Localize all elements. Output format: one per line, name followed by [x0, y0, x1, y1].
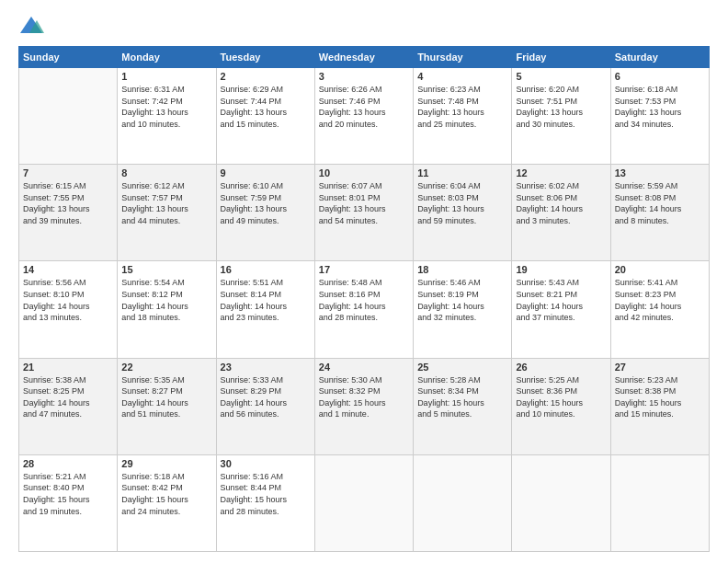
weekday-header-friday: Friday: [512, 47, 610, 68]
day-info: Sunrise: 5:51 AMSunset: 8:14 PMDaylight:…: [221, 277, 311, 323]
calendar-cell: 21Sunrise: 5:38 AMSunset: 8:25 PMDayligh…: [19, 358, 118, 454]
calendar-cell: 19Sunrise: 5:43 AMSunset: 8:21 PMDayligh…: [512, 261, 610, 358]
day-info: Sunrise: 5:16 AMSunset: 8:44 PMDaylight:…: [221, 471, 311, 517]
day-number: 7: [23, 167, 113, 178]
day-number: 17: [319, 264, 409, 275]
calendar-cell: [314, 454, 413, 551]
weekday-header-thursday: Thursday: [414, 47, 512, 68]
day-number: 8: [121, 167, 211, 178]
weekday-header-sunday: Sunday: [19, 47, 118, 68]
calendar-cell: 18Sunrise: 5:46 AMSunset: 8:19 PMDayligh…: [414, 261, 512, 358]
day-info: Sunrise: 5:56 AMSunset: 8:10 PMDaylight:…: [23, 277, 113, 323]
logo-icon: [18, 15, 44, 37]
calendar-cell: 25Sunrise: 5:28 AMSunset: 8:34 PMDayligh…: [414, 358, 512, 454]
day-info: Sunrise: 5:25 AMSunset: 8:36 PMDaylight:…: [516, 374, 606, 420]
calendar-table: SundayMondayTuesdayWednesdayThursdayFrid…: [18, 46, 710, 552]
day-info: Sunrise: 5:23 AMSunset: 8:38 PMDaylight:…: [615, 374, 705, 420]
day-info: Sunrise: 5:30 AMSunset: 8:32 PMDaylight:…: [319, 374, 409, 420]
calendar-cell: 3Sunrise: 6:26 AMSunset: 7:46 PMDaylight…: [314, 68, 413, 165]
calendar-cell: 22Sunrise: 5:35 AMSunset: 8:27 PMDayligh…: [118, 358, 216, 454]
logo: [18, 15, 48, 37]
day-info: Sunrise: 6:26 AMSunset: 7:46 PMDaylight:…: [319, 84, 409, 130]
day-number: 26: [516, 362, 606, 373]
day-info: Sunrise: 5:48 AMSunset: 8:16 PMDaylight:…: [319, 277, 409, 323]
day-number: 3: [319, 71, 409, 82]
calendar-cell: 10Sunrise: 6:07 AMSunset: 8:01 PMDayligh…: [314, 165, 413, 261]
day-number: 28: [23, 458, 113, 469]
calendar-cell: 15Sunrise: 5:54 AMSunset: 8:12 PMDayligh…: [118, 261, 216, 358]
day-number: 29: [121, 458, 211, 469]
header: [18, 15, 710, 37]
day-number: 11: [417, 167, 507, 178]
day-info: Sunrise: 5:43 AMSunset: 8:21 PMDaylight:…: [516, 277, 606, 323]
day-info: Sunrise: 5:28 AMSunset: 8:34 PMDaylight:…: [417, 374, 507, 420]
day-number: 19: [516, 264, 606, 275]
day-info: Sunrise: 5:21 AMSunset: 8:40 PMDaylight:…: [23, 471, 113, 517]
calendar-cell: 29Sunrise: 5:18 AMSunset: 8:42 PMDayligh…: [118, 454, 216, 551]
calendar-cell: 5Sunrise: 6:20 AMSunset: 7:51 PMDaylight…: [512, 68, 610, 165]
day-info: Sunrise: 6:29 AMSunset: 7:44 PMDaylight:…: [221, 84, 311, 130]
calendar-cell: 24Sunrise: 5:30 AMSunset: 8:32 PMDayligh…: [314, 358, 413, 454]
calendar-cell: 12Sunrise: 6:02 AMSunset: 8:06 PMDayligh…: [512, 165, 610, 261]
day-number: 24: [319, 362, 409, 373]
calendar-week-row: 28Sunrise: 5:21 AMSunset: 8:40 PMDayligh…: [19, 454, 710, 551]
day-number: 12: [516, 167, 606, 178]
day-number: 22: [121, 362, 211, 373]
calendar-cell: 30Sunrise: 5:16 AMSunset: 8:44 PMDayligh…: [216, 454, 314, 551]
day-info: Sunrise: 6:10 AMSunset: 7:59 PMDaylight:…: [221, 180, 311, 226]
calendar-week-row: 7Sunrise: 6:15 AMSunset: 7:55 PMDaylight…: [19, 165, 710, 261]
day-info: Sunrise: 5:33 AMSunset: 8:29 PMDaylight:…: [221, 374, 311, 420]
day-number: 15: [121, 264, 211, 275]
calendar-cell: [414, 454, 512, 551]
day-info: Sunrise: 5:38 AMSunset: 8:25 PMDaylight:…: [23, 374, 113, 420]
day-number: 10: [319, 167, 409, 178]
day-info: Sunrise: 5:46 AMSunset: 8:19 PMDaylight:…: [417, 277, 507, 323]
day-number: 1: [121, 71, 211, 82]
day-info: Sunrise: 5:54 AMSunset: 8:12 PMDaylight:…: [121, 277, 211, 323]
day-number: 6: [615, 71, 705, 82]
day-number: 14: [23, 264, 113, 275]
day-info: Sunrise: 6:23 AMSunset: 7:48 PMDaylight:…: [417, 84, 507, 130]
day-info: Sunrise: 5:41 AMSunset: 8:23 PMDaylight:…: [615, 277, 705, 323]
day-number: 18: [417, 264, 507, 275]
calendar-cell: 2Sunrise: 6:29 AMSunset: 7:44 PMDaylight…: [216, 68, 314, 165]
calendar-cell: 9Sunrise: 6:10 AMSunset: 7:59 PMDaylight…: [216, 165, 314, 261]
day-number: 5: [516, 71, 606, 82]
calendar-cell: 20Sunrise: 5:41 AMSunset: 8:23 PMDayligh…: [610, 261, 709, 358]
weekday-header-wednesday: Wednesday: [314, 47, 413, 68]
day-info: Sunrise: 6:20 AMSunset: 7:51 PMDaylight:…: [516, 84, 606, 130]
calendar-week-row: 21Sunrise: 5:38 AMSunset: 8:25 PMDayligh…: [19, 358, 710, 454]
day-number: 9: [221, 167, 311, 178]
day-info: Sunrise: 6:18 AMSunset: 7:53 PMDaylight:…: [615, 84, 705, 130]
day-number: 21: [23, 362, 113, 373]
calendar-cell: 7Sunrise: 6:15 AMSunset: 7:55 PMDaylight…: [19, 165, 118, 261]
calendar-cell: [512, 454, 610, 551]
day-number: 30: [221, 458, 311, 469]
weekday-header-saturday: Saturday: [610, 47, 709, 68]
calendar-cell: 6Sunrise: 6:18 AMSunset: 7:53 PMDaylight…: [610, 68, 709, 165]
page: SundayMondayTuesdayWednesdayThursdayFrid…: [0, 0, 728, 563]
calendar-week-row: 1Sunrise: 6:31 AMSunset: 7:42 PMDaylight…: [19, 68, 710, 165]
day-number: 4: [417, 71, 507, 82]
day-number: 20: [615, 264, 705, 275]
calendar-cell: 14Sunrise: 5:56 AMSunset: 8:10 PMDayligh…: [19, 261, 118, 358]
day-info: Sunrise: 5:59 AMSunset: 8:08 PMDaylight:…: [615, 180, 705, 226]
calendar-cell: [610, 454, 709, 551]
day-info: Sunrise: 6:31 AMSunset: 7:42 PMDaylight:…: [121, 84, 211, 130]
day-info: Sunrise: 6:07 AMSunset: 8:01 PMDaylight:…: [319, 180, 409, 226]
calendar-cell: 8Sunrise: 6:12 AMSunset: 7:57 PMDaylight…: [118, 165, 216, 261]
weekday-header-tuesday: Tuesday: [216, 47, 314, 68]
calendar-cell: 27Sunrise: 5:23 AMSunset: 8:38 PMDayligh…: [610, 358, 709, 454]
calendar-cell: 16Sunrise: 5:51 AMSunset: 8:14 PMDayligh…: [216, 261, 314, 358]
calendar-cell: 17Sunrise: 5:48 AMSunset: 8:16 PMDayligh…: [314, 261, 413, 358]
calendar-cell: 28Sunrise: 5:21 AMSunset: 8:40 PMDayligh…: [19, 454, 118, 551]
weekday-header-row: SundayMondayTuesdayWednesdayThursdayFrid…: [19, 47, 710, 68]
day-number: 25: [417, 362, 507, 373]
calendar-cell: 13Sunrise: 5:59 AMSunset: 8:08 PMDayligh…: [610, 165, 709, 261]
calendar-cell: 11Sunrise: 6:04 AMSunset: 8:03 PMDayligh…: [414, 165, 512, 261]
calendar-week-row: 14Sunrise: 5:56 AMSunset: 8:10 PMDayligh…: [19, 261, 710, 358]
day-number: 27: [615, 362, 705, 373]
day-info: Sunrise: 5:18 AMSunset: 8:42 PMDaylight:…: [121, 471, 211, 517]
calendar-cell: 1Sunrise: 6:31 AMSunset: 7:42 PMDaylight…: [118, 68, 216, 165]
calendar-cell: 26Sunrise: 5:25 AMSunset: 8:36 PMDayligh…: [512, 358, 610, 454]
